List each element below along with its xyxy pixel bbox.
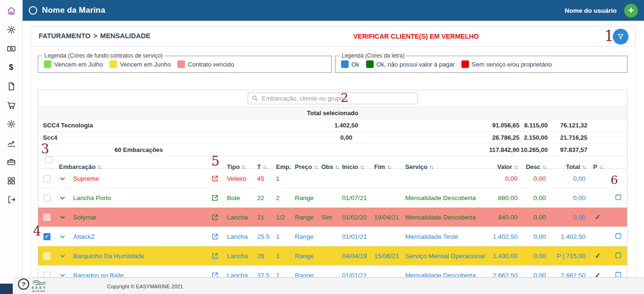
help-icon[interactable]: ? [18,278,29,290]
column-header-tipo[interactable]: Tipo [227,163,240,170]
chevron-cell [55,214,69,220]
payments-icon[interactable] [7,44,16,53]
service-start-date: 04/04/19 [338,252,370,260]
calendar-icon[interactable] [615,271,622,277]
row-checkbox[interactable] [43,272,50,278]
boat-size: 37.5 [253,272,272,278]
reports-icon[interactable] [7,138,16,148]
column-header-preo[interactable]: Preço [295,163,312,170]
boat-name[interactable]: Barrados no Baile [69,272,206,278]
sort-icon[interactable]: ↑↓ [387,164,391,170]
row-checkbox[interactable] [43,233,50,240]
easymarine-logo: EASY MARINE [32,280,47,293]
row-checkbox[interactable] [43,194,50,202]
expand-chevron-icon[interactable] [55,253,69,259]
breadcrumb-bar: FATURAMENTO>MENSALIDADE VERIFICAR CLIENT… [31,26,636,47]
column-header-t[interactable]: T [257,163,261,170]
chevron-cell [55,195,69,201]
boat-count: 60 Embarcações [38,146,206,153]
total-selected-label: Total selecionado [307,109,359,117]
expand-chevron-icon[interactable] [55,195,69,201]
services-icon[interactable] [7,157,16,167]
service-start-date: 01/01/21 [338,233,370,240]
home-icon[interactable] [7,6,16,16]
external-link-icon[interactable] [206,272,223,278]
boat-name[interactable]: Barquinho Da Humildade [69,252,206,260]
column-header-fim[interactable]: Fim [374,163,385,170]
apps-icon[interactable] [7,176,16,185]
external-link-icon[interactable] [206,175,223,182]
column-header-valor[interactable]: Valor [497,163,512,170]
documents-icon[interactable] [7,82,16,91]
group-desc: 2.150,00 [519,134,548,141]
column-header-incio[interactable]: Início [342,163,358,170]
service-start-date: 01/01/21 [338,272,370,278]
column-header-total[interactable]: Total [566,163,580,170]
table-row: Barrados no BaileLancha37.51Range01/01/2… [38,266,627,277]
expand-chevron-icon[interactable] [55,176,69,182]
calendar-cell [608,271,627,277]
external-link-icon[interactable] [206,252,223,260]
external-link-icon[interactable] [206,194,223,202]
legend-item: Vencem em Julho [44,60,103,68]
swatch-green [44,60,51,68]
boat-name[interactable]: Solymar [69,214,206,221]
search-input[interactable] [248,92,418,104]
paid-cell: ✓ [587,271,608,277]
funnel-icon [617,33,624,40]
calendar-icon[interactable] [615,252,622,259]
totals-row-group1: SCC4 Tecnologia 1.402,50 91.056,65 8.115… [38,119,627,132]
filter-button[interactable] [613,29,628,44]
sort-icon[interactable]: ↑↓ [263,164,267,170]
add-button[interactable]: + [624,4,638,17]
column-header-desc[interactable]: Desc [526,163,540,170]
row-checkbox[interactable] [43,252,50,260]
logout-icon[interactable] [7,195,16,204]
service-name: Serviço Mensal Operacional [401,252,486,260]
service-value: 1.430,00 [486,252,519,260]
service-discount: 0,00 [519,194,548,202]
user-menu[interactable]: Nome do usuário [565,7,617,14]
legend-item: Sem serviço e/ou proprietário [461,60,552,68]
expand-chevron-icon[interactable] [55,214,69,220]
expand-chevron-icon[interactable] [55,234,69,240]
sort-icon[interactable]: ↑↓ [514,164,518,170]
service-total: P | 715,00 [548,252,587,260]
checkbox-cell [38,194,55,202]
sort-icon[interactable]: ↑↓ [599,164,603,170]
sort-icon[interactable]: ↑↓ [543,164,546,170]
sort-icon[interactable]: ↑↓ [314,164,318,170]
sort-icon[interactable]: ↑↓ [242,164,245,170]
boat-name[interactable]: Lancha Porto [69,194,206,202]
top-header-bar: Nome da Marina Nome do usuário + [23,0,644,21]
billing-icon[interactable]: $ [7,63,16,72]
row-checkbox[interactable] [43,175,50,182]
calendar-icon[interactable] [615,232,622,239]
service-value: 0,00 [486,175,519,182]
group-desc: 8.115,00 [519,122,548,129]
sort-icon[interactable]: ↑↓ [97,164,101,170]
boat-name[interactable]: Supreme [69,175,206,182]
sort-icon[interactable]: ↑↓ [429,164,433,170]
boat-price-type: Range [291,214,318,221]
column-header-embarcao[interactable]: Embarcação [59,163,95,170]
operations-icon[interactable] [7,119,16,129]
legend-item: Vencem em Junho [109,60,171,68]
column-header-servio[interactable]: Serviço [405,163,427,170]
legend-item: Ok, não possui valor à pagar [366,60,455,68]
calendar-icon[interactable] [615,193,622,201]
column-header-p[interactable]: P [593,163,597,170]
sort-icon[interactable]: ↑↓ [582,164,586,170]
service-start-date: 01/07/21 [338,194,370,202]
row-checkbox[interactable] [43,214,50,221]
expand-chevron-icon[interactable] [55,272,69,278]
sort-icon[interactable]: ↑↓ [360,164,364,170]
column-header-obs[interactable]: Obs [321,163,333,170]
purchases-icon[interactable] [7,101,16,110]
settings-icon[interactable] [7,25,16,34]
boat-emp: 1 [272,175,291,182]
select-all-checkbox[interactable] [45,156,52,163]
external-link-icon[interactable] [206,214,223,221]
external-link-icon[interactable] [206,233,223,240]
boat-name[interactable]: ÁttackZ [69,233,206,240]
